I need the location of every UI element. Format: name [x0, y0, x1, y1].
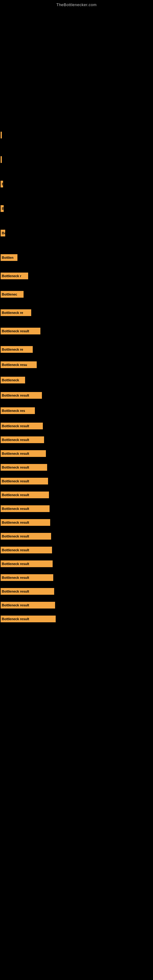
bottleneck-bar: Bottleneck resu — [1, 361, 37, 368]
bottleneck-bar: Bottleneck — [1, 377, 25, 383]
bottleneck-bar: Bottleneck result — [1, 505, 49, 512]
bottleneck-bar: Bottleneck result — [1, 574, 53, 581]
bottleneck-bar: Bottleneck result — [1, 392, 42, 399]
bar-label: Bottleneck r — [2, 274, 21, 278]
bar-label: Bottleneck result — [2, 520, 29, 524]
bottleneck-bar: Bo — [1, 230, 5, 236]
bar-row: B — [1, 180, 3, 188]
bar-row: Bottleneck re — [1, 309, 31, 317]
bar-row — [1, 131, 2, 139]
bottleneck-bar: Bottleneck result — [1, 423, 43, 430]
bar-row: Bottleneck result — [1, 532, 51, 541]
bars-container: BBBoBottlenBottleneck rBottlenecBottlene… — [0, 8, 153, 11]
bar-label: Bottleneck re — [2, 311, 23, 315]
bar-label: Bottleneck result — [2, 535, 29, 538]
bar-row: Bottleneck res — [1, 406, 35, 415]
bar-row: Bottleneck result — [1, 449, 46, 458]
bottleneck-bar: Bottleneck result — [1, 328, 40, 334]
bar-row: Bottleneck result — [1, 504, 49, 513]
bottleneck-bar: Bottleneck result — [1, 547, 52, 554]
bar-row: Bottleneck result — [1, 436, 44, 444]
bar-row: Bottleneck — [1, 376, 25, 384]
bar-label: Bottleneck — [2, 378, 19, 382]
bar-row: Bottleneck result — [1, 573, 53, 582]
bar-label: Bottleneck re — [2, 348, 23, 351]
bar-row: Bottleneck re — [1, 345, 33, 354]
bottleneck-bar: Bottleneck result — [1, 560, 53, 567]
bar-row: Bottleneck result — [1, 601, 55, 609]
bar-label: Bottleneck res — [2, 409, 25, 412]
bar-label: B — [2, 207, 4, 210]
bar-label: Bottleneck result — [2, 452, 29, 455]
bar-row: Bottleneck result — [1, 391, 42, 400]
bottleneck-bar: Bottlenec — [1, 291, 24, 298]
bar-row: Bottleneck r — [1, 272, 28, 280]
bottleneck-bar — [1, 132, 2, 138]
bar-label: Bottleneck result — [2, 393, 29, 397]
bottleneck-bar: Bottleneck result — [1, 492, 49, 498]
bottleneck-bar: Bottleneck result — [1, 533, 51, 539]
bar-label: Bottleneck result — [2, 424, 29, 428]
bar-row: Bo — [1, 229, 5, 237]
bar-label: Bottlen — [2, 256, 13, 259]
bar-row: Bottleneck result — [1, 560, 53, 568]
bottleneck-bar: Bottlen — [1, 254, 18, 261]
bar-label: Bottlenec — [2, 293, 17, 296]
bar-row: Bottlen — [1, 253, 18, 262]
bar-row: Bottleneck result — [1, 477, 48, 485]
bottleneck-bar — [1, 156, 2, 163]
bar-label: Bottleneck result — [2, 493, 29, 497]
bottleneck-bar: Bottleneck result — [1, 602, 55, 609]
bottleneck-bar: B — [1, 205, 4, 212]
bar-row: Bottleneck result — [1, 463, 47, 472]
bar-label: Bottleneck result — [2, 576, 29, 579]
bottleneck-bar: Bottleneck result — [1, 478, 48, 485]
bar-row: Bottleneck result — [1, 587, 54, 596]
bar-label: Bottleneck result — [2, 603, 29, 607]
bar-label: Bottleneck result — [2, 329, 29, 333]
bottleneck-bar: Bottleneck re — [1, 346, 33, 353]
bottleneck-bar: Bottleneck re — [1, 309, 31, 316]
bar-label: B — [2, 182, 3, 186]
bottleneck-bar: Bottleneck result — [1, 464, 47, 471]
bar-row: Bottleneck result — [1, 518, 50, 527]
bar-label: Bottleneck result — [2, 617, 29, 621]
bar-row: Bottleneck result — [1, 422, 43, 430]
bottleneck-bar: Bottleneck result — [1, 588, 54, 595]
bottleneck-bar: Bottleneck result — [1, 616, 56, 622]
bar-row: Bottleneck resu — [1, 360, 37, 369]
bar-row — [1, 155, 2, 164]
bar-label: Bottleneck result — [2, 466, 29, 469]
bottleneck-bar: B — [1, 181, 3, 188]
bar-label: Bottleneck result — [2, 507, 29, 511]
bottleneck-bar: Bottleneck result — [1, 436, 44, 443]
bar-label: Bottleneck result — [2, 479, 29, 483]
bottleneck-bar: Bottleneck result — [1, 519, 50, 526]
bar-row: B — [1, 204, 4, 213]
bar-label: Bottleneck result — [2, 438, 29, 442]
bar-row: Bottleneck result — [1, 491, 49, 499]
bar-row: Bottleneck result — [1, 546, 52, 554]
bar-row: Bottleneck result — [1, 615, 56, 623]
bar-label: Bo — [2, 231, 5, 235]
bottleneck-bar: Bottleneck r — [1, 272, 28, 279]
bar-label: Bottleneck resu — [2, 363, 27, 367]
bottleneck-bar: Bottleneck result — [1, 450, 46, 457]
bar-label: Bottleneck result — [2, 548, 29, 552]
bar-row: Bottlenec — [1, 290, 24, 299]
bar-label: Bottleneck result — [2, 590, 29, 593]
bottleneck-bar: Bottleneck res — [1, 407, 35, 414]
site-title: TheBottlenecker.com — [0, 0, 153, 8]
bar-row: Bottleneck result — [1, 327, 40, 335]
bar-label: Bottleneck result — [2, 562, 29, 566]
